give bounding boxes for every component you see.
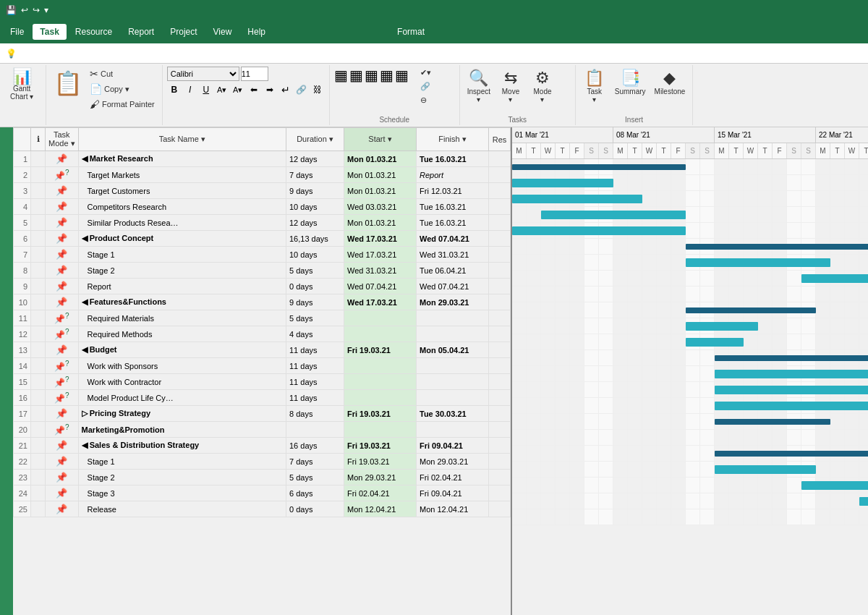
header-info[interactable]: ℹ bbox=[31, 128, 46, 151]
bold-button[interactable]: B bbox=[167, 82, 182, 97]
task-name-cell[interactable]: ◀ Sales & Distribution Strategy bbox=[78, 438, 286, 454]
task-name-cell[interactable]: Required Materials bbox=[78, 310, 286, 326]
menu-resource[interactable]: Resource bbox=[68, 24, 119, 40]
font-name-select[interactable]: Calibri bbox=[167, 67, 239, 81]
copy-button[interactable]: 📄 Copy ▾ bbox=[87, 82, 158, 96]
milestone-insert-button[interactable]: ◆ Milestone bbox=[652, 67, 689, 98]
table-row[interactable]: 25📌Release0 daysMon 12.04.21Mon 12.04.21 bbox=[14, 501, 511, 517]
table-row[interactable]: 22📌Stage 17 daysFri 19.03.21Mon 29.03.21 bbox=[14, 454, 511, 470]
menu-report[interactable]: Report bbox=[121, 24, 161, 40]
header-start[interactable]: Start ▾ bbox=[344, 128, 417, 151]
table-row[interactable]: 2📌?Target Markets7 daysMon 01.03.21Repor… bbox=[14, 167, 511, 183]
paste-button[interactable]: 📋 bbox=[51, 67, 85, 100]
table-row[interactable]: 24📌Stage 36 daysFri 02.04.21Fri 09.04.21 bbox=[14, 485, 511, 501]
task-name-cell[interactable]: ▷ Pricing Strategy bbox=[78, 406, 286, 422]
table-row[interactable]: 1📌◀ Market Research12 daysMon 01.03.21Tu… bbox=[14, 151, 511, 167]
table-row[interactable]: 15📌?Work with Contractor11 days bbox=[14, 374, 511, 390]
dropdown-icon[interactable]: ▾ bbox=[44, 5, 48, 15]
inspect-button[interactable]: 🔍 Inspect▾ bbox=[464, 67, 493, 106]
cut-button[interactable]: ✂ Cut bbox=[87, 67, 158, 81]
mode-button[interactable]: ⚙ Mode▾ bbox=[528, 67, 557, 106]
font-color-button[interactable]: A▾ bbox=[215, 82, 229, 97]
highlight-button[interactable]: A▾ bbox=[231, 82, 245, 97]
table-row[interactable]: 3📌Target Customers9 daysMon 01.03.21Fri … bbox=[14, 183, 511, 199]
menu-help[interactable]: Help bbox=[240, 24, 273, 40]
format-painter-button[interactable]: 🖌 Format Painter bbox=[87, 97, 158, 111]
table-row[interactable]: 9📌Report0 daysWed 07.04.21Wed 07.04.21 bbox=[14, 279, 511, 294]
inactivate-button[interactable]: ⊖ bbox=[417, 94, 434, 106]
font-size-input[interactable] bbox=[241, 67, 268, 81]
header-duration[interactable]: Duration ▾ bbox=[286, 128, 344, 151]
gantt-day-bg bbox=[642, 255, 657, 270]
mark-on-track-button[interactable]: ✔ ▾ bbox=[417, 67, 434, 79]
task-name-cell[interactable]: Target Customers bbox=[78, 183, 286, 199]
menu-project[interactable]: Project bbox=[163, 24, 204, 40]
summary-insert-button[interactable]: 📑 Summary bbox=[612, 67, 649, 98]
table-row[interactable]: 5📌Similar Products Resea…12 daysMon 01.0… bbox=[14, 215, 511, 231]
table-row[interactable]: 10📌◀ Features&Functions9 daysWed 17.03.2… bbox=[14, 294, 511, 310]
undo-icon[interactable]: ↩ bbox=[21, 5, 28, 15]
italic-button[interactable]: I bbox=[183, 82, 197, 97]
task-name-cell[interactable]: ◀ Product Concept bbox=[78, 231, 286, 247]
gantt-day-bg bbox=[642, 478, 657, 493]
table-row[interactable]: 12📌?Required Methods4 days bbox=[14, 326, 511, 342]
link-btn[interactable]: 🔗 bbox=[294, 82, 309, 97]
table-row[interactable]: 7📌Stage 110 daysWed 17.03.21Wed 31.03.21 bbox=[14, 247, 511, 263]
task-name-cell[interactable]: Similar Products Resea… bbox=[78, 215, 286, 231]
task-name-cell[interactable]: Work with Sponsors bbox=[78, 358, 286, 374]
table-row[interactable]: 4📌Competitors Research10 daysWed 03.03.2… bbox=[14, 199, 511, 215]
task-name-cell[interactable]: Stage 2 bbox=[78, 263, 286, 279]
task-name-cell[interactable]: Stage 2 bbox=[78, 470, 286, 485]
resource-cell bbox=[489, 231, 511, 247]
table-row[interactable]: 17📌▷ Pricing Strategy8 daysFri 19.03.21T… bbox=[14, 406, 511, 422]
redo-icon[interactable]: ↪ bbox=[33, 5, 40, 15]
table-row[interactable]: 20📌?Marketing&Promotion bbox=[14, 422, 511, 438]
gantt-day-bg bbox=[556, 430, 570, 445]
task-name-cell[interactable]: Competitors Research bbox=[78, 199, 286, 215]
table-row[interactable]: 6📌◀ Product Concept16,13 daysWed 17.03.2… bbox=[14, 231, 511, 247]
row-info-col bbox=[31, 358, 46, 374]
gantt-chart-button[interactable]: 📊 GanttChart ▾ bbox=[7, 67, 36, 103]
move-button[interactable]: ⇆ Move▾ bbox=[496, 67, 525, 106]
pin-icon: 📌 bbox=[56, 185, 67, 196]
align-right-btn[interactable]: ➡ bbox=[263, 82, 277, 97]
title-bar-icons[interactable]: 💾 ↩ ↪ ▾ bbox=[6, 5, 48, 15]
task-insert-button[interactable]: 📋 Task▾ bbox=[580, 67, 609, 106]
save-icon[interactable]: 💾 bbox=[6, 5, 17, 15]
menu-task[interactable]: Task bbox=[33, 24, 66, 40]
task-name-cell[interactable]: ◀ Market Research bbox=[78, 151, 286, 167]
tellme-input[interactable] bbox=[21, 48, 862, 59]
menu-view[interactable]: View bbox=[206, 24, 239, 40]
unlink-btn[interactable]: ⛓ bbox=[310, 82, 325, 97]
task-name-cell[interactable]: Target Markets bbox=[78, 167, 286, 183]
finish-cell: Mon 12.04.21 bbox=[417, 501, 489, 517]
align-left-btn[interactable]: ⬅ bbox=[247, 82, 261, 97]
task-name-cell[interactable]: Report bbox=[78, 279, 286, 294]
wrap-btn[interactable]: ↵ bbox=[278, 82, 293, 97]
pin-icon: 📌 bbox=[56, 472, 67, 483]
task-name-cell[interactable]: ◀ Budget bbox=[78, 342, 286, 358]
task-name-cell[interactable]: ◀ Features&Functions bbox=[78, 294, 286, 310]
task-name-cell[interactable]: Stage 1 bbox=[78, 454, 286, 470]
gantt-day-bg bbox=[642, 382, 657, 397]
table-row[interactable]: 11📌?Required Materials5 days bbox=[14, 310, 511, 326]
task-name-cell[interactable]: Stage 1 bbox=[78, 247, 286, 263]
header-taskname[interactable]: Task Name ▾ bbox=[78, 128, 286, 151]
respect-links-button[interactable]: 🔗 bbox=[417, 80, 434, 93]
task-name-cell[interactable]: Release bbox=[78, 501, 286, 517]
task-name-cell[interactable]: Model Product Life Cy… bbox=[78, 390, 286, 406]
task-name-cell[interactable]: Marketing&Promotion bbox=[78, 422, 286, 438]
task-name-cell[interactable]: Required Methods bbox=[78, 326, 286, 342]
table-row[interactable]: 16📌?Model Product Life Cy…11 days bbox=[14, 390, 511, 406]
menu-file[interactable]: File bbox=[3, 24, 31, 40]
table-row[interactable]: 13📌◀ Budget11 daysFri 19.03.21Mon 05.04.… bbox=[14, 342, 511, 358]
table-row[interactable]: 21📌◀ Sales & Distribution Strategy16 day… bbox=[14, 438, 511, 454]
task-name-cell[interactable]: Stage 3 bbox=[78, 485, 286, 501]
menu-format[interactable]: Format bbox=[390, 24, 432, 40]
table-row[interactable]: 8📌Stage 25 daysWed 31.03.21Tue 06.04.21 bbox=[14, 263, 511, 279]
underline-button[interactable]: U bbox=[199, 82, 213, 97]
header-finish[interactable]: Finish ▾ bbox=[417, 128, 489, 151]
task-name-cell[interactable]: Work with Contractor bbox=[78, 374, 286, 390]
table-row[interactable]: 23📌Stage 25 daysMon 29.03.21Fri 02.04.21 bbox=[14, 470, 511, 485]
table-row[interactable]: 14📌?Work with Sponsors11 days bbox=[14, 358, 511, 374]
